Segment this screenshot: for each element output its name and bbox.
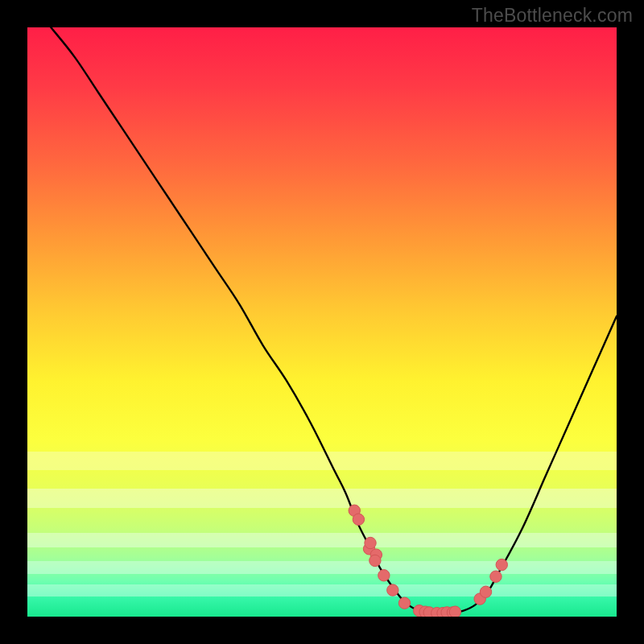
marker-points — [349, 505, 507, 617]
bottleneck-curve — [51, 27, 617, 613]
marker-point — [369, 555, 381, 566]
watermark-text: TheBottleneck.com — [472, 5, 633, 27]
marker-point — [496, 559, 507, 570]
marker-point — [398, 597, 410, 609]
marker-point — [490, 571, 502, 582]
marker-point — [480, 586, 491, 597]
marker-point — [365, 537, 376, 548]
marker-point — [387, 584, 398, 596]
chart-frame: TheBottleneck.com — [0, 0, 644, 644]
marker-point — [353, 514, 364, 525]
plot-area — [27, 27, 617, 617]
curve-layer — [27, 27, 617, 617]
marker-point — [449, 606, 460, 617]
marker-point — [378, 570, 390, 581]
